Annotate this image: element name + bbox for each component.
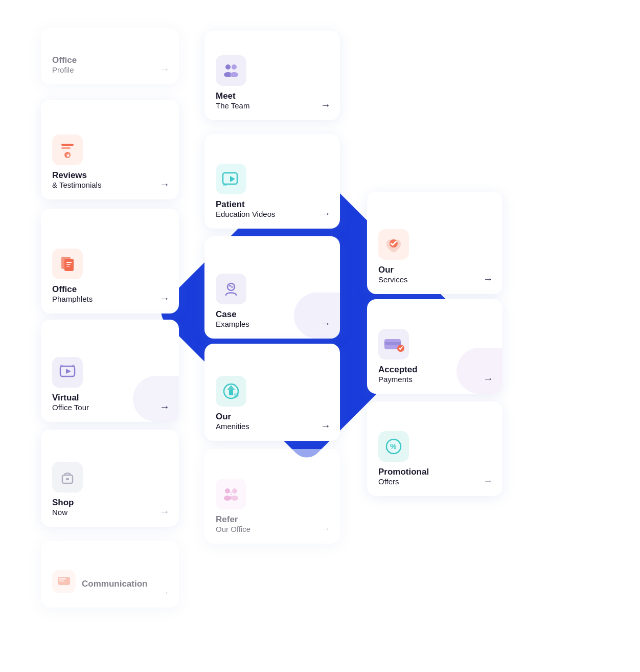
svg-rect-23	[60, 365, 63, 367]
comm-icon	[57, 574, 71, 589]
patient-education-subtitle: Education Videos	[216, 210, 329, 218]
tour-icon-bg	[52, 357, 83, 388]
svg-rect-33	[66, 478, 69, 480]
patient-education-title: Patient	[216, 199, 329, 210]
tour-icon	[57, 362, 78, 383]
svg-point-35	[232, 488, 237, 494]
accepted-payments-card[interactable]: Accepted Payments →	[367, 299, 502, 394]
office-pamphlets-arrow: →	[159, 293, 170, 304]
promotional-offers-arrow: →	[483, 475, 493, 487]
amenities-icon	[221, 381, 241, 401]
promo-icon-bg: %	[378, 431, 409, 462]
refer-icon	[221, 484, 241, 504]
our-services-card[interactable]: Our Services →	[367, 192, 502, 294]
promotional-offers-title: Promotional	[378, 467, 491, 477]
svg-marker-26	[227, 385, 235, 390]
team-icon-bg	[216, 55, 246, 86]
office-pamphlets-subtitle: Phamphlets	[52, 295, 168, 303]
office-profile-card[interactable]: Office Profile →	[41, 28, 179, 84]
comm-icon-bg	[52, 570, 76, 593]
our-amenities-title: Our	[216, 412, 329, 422]
svg-rect-39	[59, 578, 66, 579]
case-icon-bg	[216, 274, 246, 304]
services-icon-bg	[378, 229, 409, 260]
refer-title: Refer	[216, 514, 329, 525]
case-examples-arrow: →	[321, 318, 331, 329]
payments-blob	[456, 348, 502, 394]
patient-education-arrow: →	[321, 208, 331, 219]
refer-arrow: →	[321, 523, 331, 534]
meet-team-subtitle: The Team	[216, 101, 329, 110]
office-profile-subtitle: Profile	[52, 65, 168, 74]
communication-card[interactable]: Communication →	[41, 541, 179, 608]
svg-text:%: %	[390, 442, 397, 451]
promotional-offers-subtitle: Offers	[378, 477, 491, 486]
payments-icon-bg	[378, 329, 409, 360]
accepted-payments-arrow: →	[483, 373, 493, 385]
case-blob	[294, 293, 340, 339]
svg-point-36	[224, 496, 231, 501]
office-profile-title: Office	[52, 55, 168, 65]
shop-now-card[interactable]: Shop Now →	[41, 430, 179, 527]
meet-team-arrow: →	[321, 99, 331, 111]
shop-icon	[57, 467, 78, 487]
svg-point-3	[230, 72, 238, 77]
promo-icon: %	[383, 436, 404, 457]
reviews-subtitle: & Testimonials	[52, 181, 168, 189]
meet-team-card[interactable]: Meet The Team →	[204, 31, 340, 120]
services-icon	[382, 233, 405, 256]
virtual-tour-arrow: →	[159, 401, 170, 413]
reviews-card[interactable]: ★ Reviews & Testimonials →	[41, 100, 179, 199]
svg-point-28	[234, 393, 239, 398]
svg-rect-4	[61, 144, 74, 146]
our-amenities-subtitle: Amenities	[216, 422, 329, 431]
svg-rect-14	[66, 262, 72, 263]
patient-education-card[interactable]: Patient Education Videos →	[204, 134, 340, 229]
office-pamphlets-card[interactable]: Office Phamphlets →	[41, 209, 179, 313]
svg-rect-19	[384, 342, 401, 345]
svg-text:★: ★	[66, 153, 71, 158]
svg-rect-40	[59, 580, 64, 581]
reviews-arrow: →	[159, 178, 170, 190]
svg-point-0	[225, 64, 231, 70]
meet-team-title: Meet	[216, 91, 329, 101]
our-amenities-arrow: →	[321, 420, 331, 432]
virtual-tour-card[interactable]: Virtual Office Tour →	[41, 320, 179, 422]
svg-rect-16	[66, 266, 70, 267]
svg-point-37	[231, 496, 238, 501]
reviews-icon: ★	[57, 140, 78, 160]
pamphlets-icon	[57, 254, 78, 274]
communication-arrow: →	[159, 587, 170, 598]
our-services-subtitle: Services	[378, 275, 491, 284]
svg-marker-9	[230, 176, 235, 182]
tour-blob	[133, 376, 179, 422]
svg-rect-24	[72, 365, 75, 367]
amenities-icon-bg	[216, 376, 246, 407]
team-icon	[221, 60, 241, 81]
our-services-arrow: →	[483, 273, 493, 285]
office-profile-arrow: →	[159, 63, 170, 75]
main-scene: Office Profile → Meet The Team → ★	[0, 0, 640, 672]
promotional-offers-card[interactable]: % Promotional Offers →	[367, 401, 502, 496]
svg-rect-5	[61, 147, 71, 149]
our-amenities-card[interactable]: Our Amenities →	[204, 344, 340, 441]
shop-icon-bg	[52, 462, 83, 492]
video-icon	[221, 169, 241, 189]
shop-now-subtitle: Now	[52, 508, 168, 517]
reviews-icon-bg: ★	[52, 135, 83, 165]
svg-rect-15	[66, 264, 71, 265]
video-icon-bg	[216, 164, 246, 194]
our-services-title: Our	[378, 265, 491, 275]
shop-now-arrow: →	[159, 506, 170, 518]
svg-point-34	[225, 488, 230, 494]
refer-icon-bg	[216, 479, 246, 509]
svg-rect-27	[229, 390, 233, 395]
svg-rect-10	[223, 184, 227, 186]
svg-point-1	[232, 64, 237, 70]
refer-card[interactable]: Refer Our Office →	[204, 449, 340, 544]
case-examples-card[interactable]: Case Examples →	[204, 236, 340, 339]
payments-icon	[382, 334, 405, 354]
shop-now-title: Shop	[52, 498, 168, 508]
office-pamphlets-title: Office	[52, 284, 168, 295]
case-icon	[221, 279, 241, 299]
